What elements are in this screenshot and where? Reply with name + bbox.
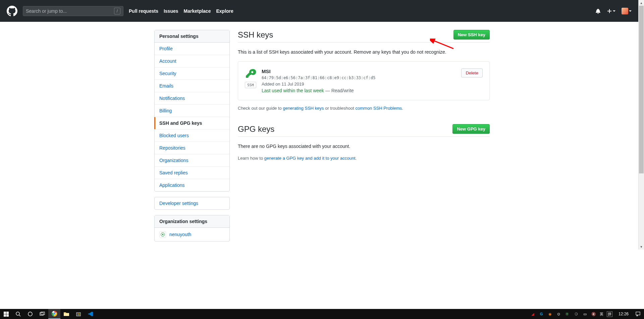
avatar-icon [622,8,628,14]
developer-settings-menu: Developer settings [154,197,230,210]
ssh-section-header: SSH keys New SSH key [238,30,490,43]
slash-key-badge: / [114,8,120,14]
ssh-help-text: Check out our guide to generating SSH ke… [238,106,490,111]
new-gpg-key-button[interactable]: New GPG key [452,124,490,134]
personal-settings-header: Personal settings [155,30,229,43]
ssh-key-entry: SSH MSI 64:79:5d:e6:56:7a:3f:81:66:c8:e9… [238,61,490,100]
svg-rect-1 [4,312,6,314]
sidebar-item-organizations[interactable]: Organizations [155,154,229,167]
tray-orange-icon[interactable]: ◉ [547,311,553,317]
logitech-icon[interactable]: G [539,311,544,317]
sidebar-item-profile[interactable]: Profile [155,43,229,55]
sidebar-item-blocked[interactable]: Blocked users [155,129,229,142]
system-tray: ◢ G ◉ ⊙ ⛨ ⚆ ▭ 🔇 英 拼 [527,311,615,317]
ssh-key-added: Added on 11 Jul 2019 [262,82,456,87]
sidebar-item-account[interactable]: Account [155,55,229,67]
sidebar-item-ssh-gpg[interactable]: SSH and GPG keys [155,117,229,129]
windows-taskbar: ◢ G ◉ ⊙ ⛨ ⚆ ▭ 🔇 英 拼 12:26 [0,309,644,319]
volume-mute-icon[interactable]: 🔇 [591,311,596,317]
gpg-description: There are no GPG keys associated with yo… [238,144,490,149]
sidebar-item-emails[interactable]: Emails [155,80,229,92]
svg-point-5 [16,312,19,315]
github-header: / Pull requests Issues Marketplace Explo… [0,0,638,22]
nav-pull-requests[interactable]: Pull requests [129,8,158,14]
sidebar-item-saved-replies[interactable]: Saved replies [155,167,229,179]
org-name-label: nenuyouth [169,232,191,237]
sidebar-item-applications[interactable]: Applications [155,179,229,191]
gpg-heading: GPG keys [238,124,274,134]
personal-settings-menu: Personal settings Profile Account Securi… [154,30,230,192]
bell-icon[interactable] [595,8,601,14]
search-box[interactable]: / [23,6,123,16]
svg-rect-9 [41,312,45,315]
generate-gpg-key-link[interactable]: generate a GPG key and add it to your ac… [264,156,356,161]
svg-rect-19 [636,312,640,315]
ssh-key-fingerprint: 64:79:5d:e6:56:7a:3f:81:66:c8:e9:cc:b3:3… [262,75,456,80]
taskbar-clock[interactable]: 12:26 [615,312,632,316]
ssh-heading: SSH keys [238,30,273,40]
new-ssh-key-button[interactable]: New SSH key [453,30,490,40]
sidebar-item-developer[interactable]: Developer settings [155,197,229,209]
gpg-help-text: Learn how to generate a GPG key and add … [238,156,490,161]
chrome-taskbar-icon[interactable] [48,309,60,319]
task-view-icon[interactable] [36,309,48,319]
scroll-down-arrow-icon[interactable]: ▼ [639,244,644,250]
header-right [595,8,632,14]
header-nav: Pull requests Issues Marketplace Explore [129,8,233,14]
nav-marketplace[interactable]: Marketplace [184,8,211,14]
svg-line-6 [19,315,20,316]
sidebar-item-billing[interactable]: Billing [155,105,229,117]
org-settings-header: Organization settings [155,215,229,228]
wifi-icon[interactable]: ⚆ [574,311,579,317]
cortana-icon[interactable] [24,309,36,319]
ime-lang[interactable]: 英 [600,312,603,317]
sidebar: Personal settings Profile Account Securi… [154,30,230,247]
delete-ssh-key-button[interactable]: Delete [461,68,483,77]
sidebar-item-security[interactable]: Security [155,67,229,80]
key-icon [245,68,256,79]
vscode-icon[interactable] [85,309,97,319]
search-input[interactable] [26,8,114,14]
scroll-thumb[interactable] [639,6,644,173]
action-center-icon[interactable] [632,309,644,319]
sidebar-item-org-nenuyouth[interactable]: ⦿ nenuyouth [155,228,229,241]
browser-scrollbar[interactable]: ▲ ▼ [638,0,644,250]
github-logo-icon[interactable] [7,6,17,16]
nav-explore[interactable]: Explore [216,8,233,14]
microsoft-store-icon[interactable] [72,309,85,319]
main-content: SSH keys New SSH key This is a list of S… [238,30,490,247]
user-menu[interactable] [622,8,632,14]
sidebar-item-notifications[interactable]: Notifications [155,92,229,105]
sidebar-item-repositories[interactable]: Repositories [155,142,229,154]
svg-rect-13 [64,313,69,316]
svg-rect-8 [40,313,43,315]
svg-rect-14 [76,313,80,316]
common-ssh-problems-link[interactable]: common SSH Problems [356,106,402,111]
tray-app-icon[interactable]: ◢ [530,311,535,317]
search-icon[interactable] [12,309,24,319]
svg-rect-4 [6,314,9,317]
gpg-section-header: GPG keys New GPG key [238,124,490,137]
svg-rect-15 [77,313,78,314]
svg-point-7 [28,312,32,316]
file-explorer-icon[interactable] [60,309,72,319]
svg-rect-18 [79,315,80,316]
ssh-key-last-used: Last used within the last week — Read/wr… [262,88,456,93]
svg-point-12 [53,313,55,315]
svg-rect-17 [77,315,78,316]
nav-issues[interactable]: Issues [164,8,178,14]
start-button[interactable] [0,309,12,319]
generating-ssh-keys-link[interactable]: generating SSH keys [283,106,324,111]
scroll-up-arrow-icon[interactable]: ▲ [639,0,644,6]
organization-settings-menu: Organization settings ⦿ nenuyouth [154,215,230,242]
svg-rect-16 [79,313,80,314]
battery-icon[interactable]: ▭ [582,311,588,317]
org-avatar-icon: ⦿ [159,231,166,238]
tray-record-icon[interactable]: ⊙ [556,311,561,317]
svg-rect-2 [6,312,9,314]
settings-container: Personal settings Profile Account Securi… [154,30,490,247]
ssh-description: This is a list of SSH keys associated wi… [238,49,490,55]
security-icon[interactable]: ⛨ [565,311,570,317]
plus-dropdown[interactable] [607,8,615,14]
ime-mode[interactable]: 拼 [607,311,612,317]
